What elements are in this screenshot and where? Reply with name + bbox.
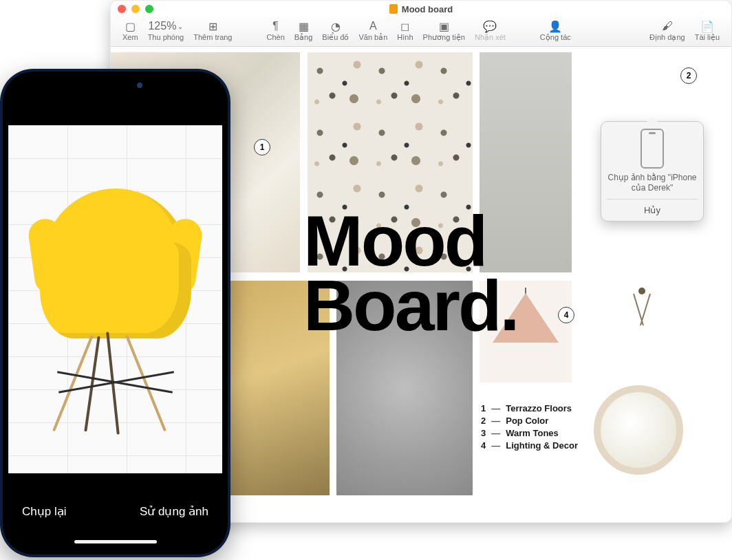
legend-row: 1—Terrazzo Floors (481, 403, 578, 413)
legend-n-3: 3 (481, 428, 486, 438)
add-page-label: Thêm trang (193, 33, 232, 41)
camera-preview[interactable] (8, 125, 222, 473)
image-mirror[interactable] (579, 281, 709, 495)
add-page-icon: ⊞ (208, 19, 217, 33)
image-concrete[interactable] (480, 52, 572, 272)
text-button[interactable]: A Văn bản (354, 19, 392, 42)
shape-button[interactable]: ◻ Hình (392, 19, 418, 41)
document-label: Tài liệu (695, 33, 720, 42)
chart-label: Biểu đồ (322, 33, 349, 42)
insert-label: Chèn (266, 33, 284, 41)
legend-row: 4—Lighting & Decor (481, 440, 578, 451)
format-icon: 🖌 (662, 19, 673, 33)
camera-dot (137, 83, 142, 88)
format-button[interactable]: 🖌 Định dạng (645, 19, 690, 42)
view-button[interactable]: ▢ Xem (118, 19, 143, 41)
zoom-control[interactable]: 125% ⌄ Thu phóng (143, 19, 189, 41)
iphone-screen: Chụp lại Sử dụng ảnh (8, 77, 222, 549)
legend-dash: — (491, 428, 500, 438)
legend-row: 2—Pop Color (481, 416, 578, 426)
media-label: Phương tiện (423, 33, 465, 42)
view-icon: ▢ (125, 19, 136, 33)
zoom-percentage: 125% (148, 20, 176, 32)
collaborate-button[interactable]: 👤 Cộng tác (535, 19, 576, 42)
headline-line2[interactable]: Board. (303, 274, 517, 338)
chevron-down-icon: ⌄ (177, 23, 183, 30)
view-label: Xem (122, 33, 138, 41)
callout-1[interactable]: 1 (254, 139, 270, 155)
shape-icon: ◻ (400, 19, 409, 33)
zoom-label: Thu phóng (148, 33, 184, 41)
legend-dash: — (491, 416, 500, 426)
callout-4[interactable]: 4 (558, 307, 574, 323)
headline-line1[interactable]: Mood (303, 209, 486, 274)
legend-dash: — (491, 403, 500, 413)
paragraph-icon: ¶ (272, 19, 279, 33)
legend-n-4: 4 (481, 440, 486, 451)
shape-label: Hình (397, 33, 413, 41)
add-page-button[interactable]: ⊞ Thêm trang (189, 19, 237, 41)
iphone-notch (64, 77, 167, 95)
titlebar: Mood board (111, 1, 731, 17)
retake-button[interactable]: Chụp lại (22, 504, 66, 519)
legend-label-3: Warm Tones (506, 428, 559, 438)
media-icon: ▣ (439, 19, 449, 33)
collaborate-label: Cộng tác (540, 33, 571, 42)
chart-icon: ◔ (331, 19, 341, 33)
mirror-hook (638, 288, 645, 294)
document-button[interactable]: 📄 Tài liệu (690, 19, 724, 42)
document-icon (389, 4, 398, 14)
text-label: Văn bản (358, 33, 387, 42)
use-photo-button[interactable]: Sử dụng ảnh (140, 504, 208, 519)
comment-button[interactable]: 💬 Nhận xét (470, 19, 510, 42)
insert-button[interactable]: ¶ Chèn (261, 19, 289, 41)
collaborate-icon: 👤 (548, 19, 562, 33)
comment-icon: 💬 (483, 19, 497, 33)
window-title: Mood board (111, 4, 731, 14)
legend-n-1: 1 (481, 403, 486, 413)
continuity-camera-popover: Chụp ảnh bằng "iPhone của Derek" Hủy (601, 121, 704, 222)
legend-dash: — (491, 440, 500, 451)
chair-seat (40, 242, 191, 338)
popover-cancel-button[interactable]: Hủy (607, 199, 698, 221)
legend-row: 3—Warm Tones (481, 428, 578, 438)
text-icon: A (369, 19, 377, 33)
phone-outline-icon (640, 129, 664, 169)
table-icon: ▦ (299, 19, 309, 33)
window-title-text: Mood board (402, 4, 453, 14)
media-button[interactable]: ▣ Phương tiện (418, 19, 470, 42)
home-indicator[interactable] (74, 540, 157, 543)
legend-label-2: Pop Color (506, 416, 548, 426)
camera-bottom-bar: Chụp lại Sử dụng ảnh (8, 473, 222, 549)
table-button[interactable]: ▦ Bảng (290, 19, 318, 42)
toolbar: ▢ Xem 125% ⌄ Thu phóng ⊞ Thêm trang ¶ Ch… (111, 17, 731, 47)
document-panel-icon: 📄 (700, 19, 714, 33)
legend-label-4: Lighting & Decor (506, 440, 578, 451)
legend-n-2: 2 (481, 416, 486, 426)
zoom-value-display: 125% ⌄ (148, 19, 183, 33)
mirror-frame (594, 385, 683, 475)
popover-text: Chụp ảnh bằng "iPhone của Derek" (607, 173, 698, 193)
format-label: Định dạng (649, 33, 685, 42)
comment-label: Nhận xét (475, 33, 506, 42)
callout-2[interactable]: 2 (680, 67, 697, 84)
legend-label-1: Terrazzo Floors (506, 403, 572, 413)
table-label: Bảng (294, 33, 313, 42)
chart-button[interactable]: ◔ Biểu đồ (317, 19, 354, 42)
iphone-device: Chụp lại Sử dụng ảnh (0, 69, 230, 557)
mirror-strap-right (640, 294, 651, 325)
legend: 1—Terrazzo Floors 2—Pop Color 3—Warm Ton… (481, 403, 578, 453)
